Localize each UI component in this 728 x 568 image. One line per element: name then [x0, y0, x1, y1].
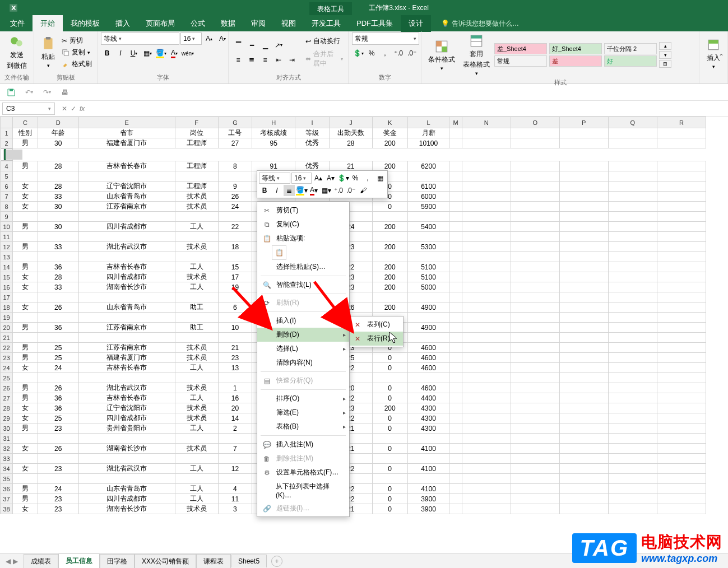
cell[interactable]: [449, 383, 462, 393]
cell[interactable]: [608, 202, 657, 212]
cell[interactable]: [657, 212, 706, 222]
cell[interactable]: [559, 504, 608, 514]
cell[interactable]: 辽宁省沈阳市: [78, 181, 175, 192]
cell[interactable]: [13, 333, 38, 343]
cell[interactable]: [462, 504, 511, 514]
cell[interactable]: 男: [13, 323, 38, 333]
cell[interactable]: 6000: [407, 192, 449, 202]
cell[interactable]: [462, 413, 511, 423]
cell[interactable]: 4100: [407, 444, 449, 454]
column-header[interactable]: E: [78, 117, 175, 128]
row-header[interactable]: 29: [1, 413, 13, 423]
cell[interactable]: [608, 504, 657, 514]
cell[interactable]: [372, 454, 407, 464]
cell[interactable]: 0: [372, 413, 407, 423]
mini-percent[interactable]: %: [350, 173, 361, 184]
shrink-font-button[interactable]: A▾: [216, 32, 229, 45]
cell[interactable]: [449, 171, 462, 181]
cell[interactable]: [38, 313, 78, 323]
cell[interactable]: [608, 343, 657, 353]
cell[interactable]: [608, 252, 657, 262]
row-header[interactable]: 6: [1, 181, 13, 192]
cell[interactable]: [78, 313, 175, 323]
cell[interactable]: 5100: [407, 272, 449, 282]
cell[interactable]: [511, 272, 559, 282]
cell[interactable]: [175, 474, 218, 484]
cell[interactable]: [449, 128, 462, 138]
cell[interactable]: [608, 192, 657, 202]
collapse-ribbon-button[interactable]: ⌃: [716, 31, 727, 82]
cell[interactable]: 23: [38, 504, 78, 514]
conditional-formatting-button[interactable]: 条件格式▾: [425, 38, 458, 72]
italic-button[interactable]: I: [114, 47, 127, 59]
comma-button[interactable]: ,: [379, 47, 391, 59]
cell[interactable]: [657, 262, 706, 272]
cell[interactable]: 200: [372, 282, 407, 292]
format-as-table-button[interactable]: 套用 表格格式▾: [460, 32, 493, 77]
row-header[interactable]: 19: [1, 313, 13, 323]
cell[interactable]: [218, 212, 252, 222]
sheet-tab-course[interactable]: 课程表: [196, 554, 231, 569]
phonetic-button[interactable]: wén▾: [182, 47, 194, 59]
cell[interactable]: [462, 363, 511, 373]
cell[interactable]: 福建省厦门市: [78, 353, 175, 363]
row-header[interactable]: 28: [1, 403, 13, 413]
cell[interactable]: 4600: [407, 383, 449, 393]
cell[interactable]: [511, 444, 559, 454]
cell[interactable]: 26: [38, 383, 78, 393]
cell[interactable]: 男: [13, 393, 38, 403]
cell[interactable]: [218, 474, 252, 484]
styles-more[interactable]: ⊟: [659, 60, 671, 68]
cell[interactable]: [78, 232, 175, 242]
cell[interactable]: [559, 434, 608, 444]
insert-function-button[interactable]: fx: [80, 105, 85, 113]
cell[interactable]: 200: [372, 403, 407, 413]
cell[interactable]: [462, 161, 511, 171]
cell[interactable]: 4600: [407, 353, 449, 363]
cell[interactable]: 28: [329, 138, 372, 148]
cell[interactable]: 男: [13, 262, 38, 272]
cell[interactable]: 3900: [407, 494, 449, 504]
cell[interactable]: [449, 313, 462, 323]
cell[interactable]: 25: [38, 343, 78, 353]
cell[interactable]: [449, 484, 462, 494]
cell[interactable]: [657, 434, 706, 444]
cell[interactable]: [13, 252, 38, 262]
cell[interactable]: 18: [218, 242, 252, 252]
row-header[interactable]: 25: [1, 373, 13, 383]
cell[interactable]: [175, 232, 218, 242]
cell[interactable]: 0: [372, 383, 407, 393]
worksheet-grid[interactable]: CDEFGHIJKLMNOPQR1性别年龄省市岗位工号考核成绩等级出勤天数奖金月…: [0, 117, 728, 553]
row-header[interactable]: 16: [1, 282, 13, 292]
row-header[interactable]: 7: [1, 192, 13, 202]
font-color-button[interactable]: A▾: [168, 47, 180, 59]
row-header[interactable]: 30: [1, 423, 13, 434]
ctx-paste-special[interactable]: 选择性粘贴(S)…: [257, 260, 349, 274]
cell[interactable]: 女: [13, 282, 38, 292]
cell[interactable]: [608, 393, 657, 403]
cell[interactable]: [175, 212, 218, 222]
row-header[interactable]: 20: [1, 323, 13, 333]
cell[interactable]: 吉林省长春市: [78, 363, 175, 373]
cell[interactable]: 0: [372, 504, 407, 514]
cell[interactable]: [657, 423, 706, 434]
cell[interactable]: [462, 138, 511, 148]
cell[interactable]: [511, 128, 559, 138]
cell[interactable]: [218, 313, 252, 323]
cell[interactable]: 女: [13, 192, 38, 202]
cell[interactable]: [511, 181, 559, 192]
format-painter-button[interactable]: 格式刷: [60, 59, 94, 69]
currency-button[interactable]: 💲▾: [352, 47, 364, 59]
ctx-delete[interactable]: 删除(D)▸: [257, 328, 349, 342]
cell[interactable]: [78, 454, 175, 464]
header-cell[interactable]: 等级: [295, 128, 330, 138]
cell[interactable]: [462, 323, 511, 333]
cell[interactable]: 24: [38, 484, 78, 494]
cell[interactable]: [657, 333, 706, 343]
row-header[interactable]: 15: [1, 272, 13, 282]
cell[interactable]: [407, 252, 449, 262]
cell[interactable]: [608, 464, 657, 474]
cell[interactable]: [511, 484, 559, 494]
cell[interactable]: [13, 373, 38, 383]
cell[interactable]: 25: [38, 353, 78, 363]
